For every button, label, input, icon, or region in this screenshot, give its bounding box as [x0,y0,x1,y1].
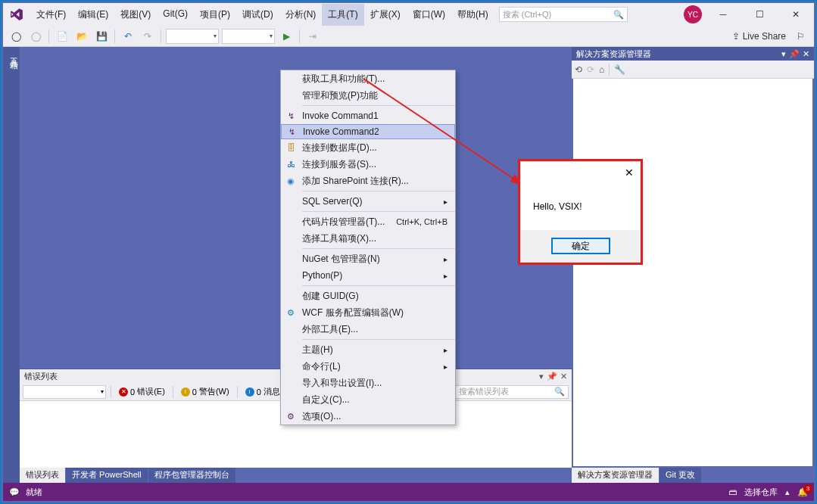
dropdown-icon[interactable]: ▾ [781,49,786,59]
mi-sql[interactable]: SQL Server(Q)▸ [281,193,455,210]
start-icon[interactable]: ▶ [278,28,295,45]
vs-logo-icon [9,7,24,22]
search-input[interactable]: 搜索 (Ctrl+Q) 🔍 [499,7,628,22]
mi-python[interactable]: Python(P)▸ [281,267,455,284]
dialog-close-button[interactable]: ✕ [625,166,634,179]
warnings-filter[interactable]: ! 0 警告(W) [178,384,232,400]
mi-options[interactable]: ⚙选项(O)... [281,408,455,425]
menu-edit[interactable]: 编辑(E) [72,4,114,26]
menu-help[interactable]: 帮助(H) [451,4,494,26]
status-ready: 就绪 [26,487,42,498]
home-icon[interactable]: ⌂ [599,64,604,75]
feedback-icon[interactable]: 💬 [9,487,20,497]
tab-powershell[interactable]: 开发者 PowerShell [66,468,148,483]
pin-icon[interactable]: 📌 [789,49,800,59]
mi-external[interactable]: 外部工具(E)... [281,321,455,338]
mi-get-tools[interactable]: 获取工具和功能(T)... [281,70,455,87]
step-icon[interactable]: ⇥ [304,28,321,45]
toolbar: ◯ ◯ 📄 📂 💾 ↶ ↷ ▾ ▾ ▶ ⇥ ⇪ Live Share ⚐ [3,26,814,47]
menu-extensions[interactable]: 扩展(X) [364,4,407,26]
tab-git-changes[interactable]: Git 更改 [660,468,701,483]
live-share-icon: ⇪ [732,31,740,42]
scope-dropdown[interactable]: ▾ [23,385,106,399]
fwd-icon[interactable]: ⟳ [587,64,594,75]
error-search-input[interactable]: 搜索错误列表🔍 [455,385,569,399]
mi-invoke2[interactable]: ↯Invoke Command2 [281,124,455,139]
close-button[interactable]: ✕ [781,4,811,25]
solution-explorer-title: 解决方案资源管理器 [576,48,651,60]
nav-back-icon[interactable]: ◯ [8,28,24,45]
menu-debug[interactable]: 调试(D) [236,4,279,26]
platform-dropdown[interactable]: ▾ [222,29,275,44]
main-menu: 文件(F) 编辑(E) 视图(V) Git(G) 项目(P) 调试(D) 分析(… [30,4,494,26]
mi-preview[interactable]: 管理和预览(P)功能 [281,87,455,104]
dialog-ok-button[interactable]: 确定 [551,238,610,254]
repo-label[interactable]: 选择仓库 [744,487,778,498]
mi-add-sharepoint[interactable]: ◉添加 SharePoint 连接(R)... [281,173,455,189]
tab-pkg-console[interactable]: 程序包管理器控制台 [148,468,235,483]
status-bar: 💬 就绪 🗃 选择仓库 ▴ 🔔3 [3,483,814,501]
live-share-label[interactable]: Live Share [743,31,786,42]
message-dialog: ✕ Hello, VSIX! 确定 [518,159,643,265]
mi-connect-srv[interactable]: 🖧连接到服务器(S)... [281,156,455,173]
nav-fwd-icon[interactable]: ◯ [27,28,44,45]
menu-analyze[interactable]: 分析(N) [279,4,323,26]
menu-view[interactable]: 视图(V) [114,4,157,26]
solution-toolbar: ⟲ ⟳ ⌂ 🔧 [572,61,814,79]
mi-customize[interactable]: 自定义(C)... [281,391,455,408]
tab-error-list[interactable]: 错误列表 [20,468,65,483]
close-panel-icon[interactable]: ✕ [560,372,567,381]
toolbox-tab[interactable]: 工具箱 [3,47,20,483]
pin-icon[interactable]: 📌 [547,372,557,381]
redo-icon[interactable]: ↷ [139,28,156,45]
mi-guid[interactable]: 创建 GUID(G) [281,288,455,304]
mi-theme[interactable]: 主题(H)▸ [281,341,455,358]
mi-choose-toolbox[interactable]: 选择工具箱项(X)... [281,230,455,247]
search-placeholder: 搜索 (Ctrl+Q) [503,9,551,20]
back-icon[interactable]: ⟲ [575,64,582,75]
tools-dropdown: 获取工具和功能(T)... 管理和预览(P)功能 ↯Invoke Command… [280,70,456,425]
search-icon: 🔍 [613,10,624,20]
repo-icon[interactable]: 🗃 [728,487,737,496]
mi-invoke1[interactable]: ↯Invoke Command1 [281,107,455,124]
menu-file[interactable]: 文件(F) [30,4,72,26]
solution-tree[interactable] [573,79,812,466]
menu-project[interactable]: 项目(P) [194,4,236,26]
mi-cmdline[interactable]: 命令行(L)▸ [281,358,455,375]
avatar[interactable]: YC [684,5,702,23]
feedback-icon[interactable]: ⚐ [797,31,805,42]
errors-filter[interactable]: ✕ 0 错误(E) [116,384,168,400]
menu-tools[interactable]: 工具(T) [322,4,363,26]
dialog-body: Hello, VSIX! [521,183,640,230]
close-panel-icon[interactable]: ✕ [803,49,809,59]
save-icon[interactable]: 💾 [93,28,110,45]
mi-nuget[interactable]: NuGet 包管理器(N)▸ [281,250,455,267]
undo-icon[interactable]: ↶ [120,28,136,45]
bell-icon[interactable]: 🔔3 [797,487,808,497]
menu-git[interactable]: Git(G) [157,4,194,26]
mi-connect-db[interactable]: 🗄连接到数据库(D)... [281,139,455,156]
maximize-button[interactable]: ☐ [744,4,775,25]
mi-import-export[interactable]: 导入和导出设置(I)... [281,375,455,391]
new-icon[interactable]: 📄 [54,28,70,45]
minimize-button[interactable]: ─ [708,4,738,25]
title-bar: 文件(F) 编辑(E) 视图(V) Git(G) 项目(P) 调试(D) 分析(… [3,3,814,26]
config-dropdown[interactable]: ▾ [166,29,219,44]
open-icon[interactable]: 📂 [73,28,90,45]
dropdown-icon[interactable]: ▾ [539,372,544,381]
tab-solution[interactable]: 解决方案资源管理器 [572,468,659,483]
wrench-icon[interactable]: 🔧 [614,64,625,75]
mi-wcf[interactable]: ⚙WCF 服务配置编辑器(W) [281,304,455,321]
bottom-tabs: 错误列表 开发者 PowerShell 程序包管理器控制台 [20,468,572,483]
error-list-title: 错误列表 [24,371,58,382]
menu-window[interactable]: 窗口(W) [407,4,451,26]
mi-snippets[interactable]: 代码片段管理器(T)...Ctrl+K, Ctrl+B [281,213,455,230]
